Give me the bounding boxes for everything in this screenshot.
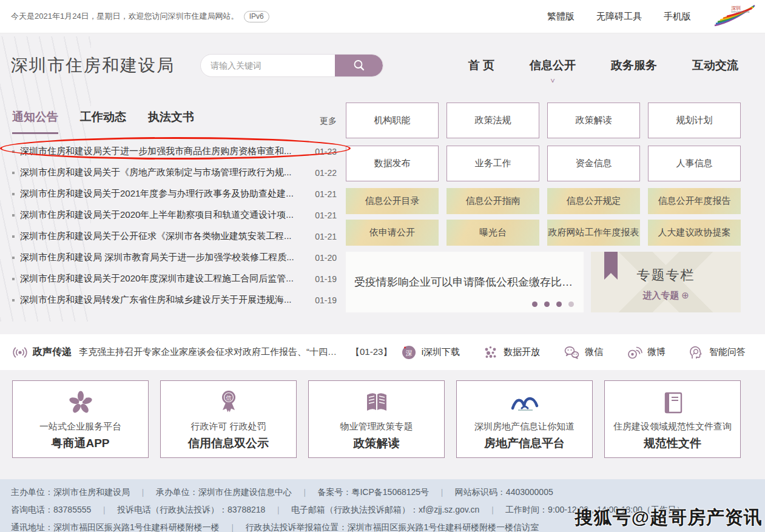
header: 深圳市住房和建设局 首 页 信息公开˅ 政务服务 互动交流 xyxy=(0,33,765,97)
info-link-cell[interactable]: 人大建议政协提案 xyxy=(648,220,741,246)
news-date: 01-21 xyxy=(315,210,337,220)
banner-headline[interactable]: 受疫情影响企业可以申请降低公积金缴存比例或缓缴 xyxy=(354,275,575,289)
quick-link-cell[interactable]: 人事信息 xyxy=(648,146,741,181)
card-title: 规范性文件 xyxy=(644,436,701,451)
news-title: 深圳市住房和建设局关于2021年度参与办理行政事务及协助查处建... xyxy=(20,188,315,200)
bullet-icon xyxy=(12,172,15,174)
carousel-dot[interactable] xyxy=(544,301,550,307)
tab-enforcement-documents[interactable]: 执法文书 xyxy=(148,109,194,134)
page-root: 今天是2021年1月24日，星期日，欢迎您访问深圳市住建局网站。 IPv6 繁體… xyxy=(0,0,765,532)
wechat-icon xyxy=(563,345,580,360)
news-item[interactable]: 深圳市住房和建设局转发广东省住房和城乡建设厅关于开展违规海... 01-19 xyxy=(12,289,337,311)
info-link-cell[interactable]: 依申请公开 xyxy=(346,220,439,246)
footer-segment: 网站标识码：4403000005 xyxy=(455,487,553,497)
card-subtitle: 住房建设领域规范性文件查询 xyxy=(613,421,732,433)
bullet-icon xyxy=(12,257,15,259)
search-button[interactable] xyxy=(335,55,383,76)
voice-bar: 政声传递 李克强主持召开专家企业家座谈会征求对政府工作报告、“十四五” ... … xyxy=(0,334,765,370)
tab-notices[interactable]: 通知公告 xyxy=(12,109,58,134)
tool-smart-qa[interactable]: 智能问答 xyxy=(689,345,746,360)
real-estate-logo-icon xyxy=(510,390,540,416)
news-date: 01-20 xyxy=(315,253,337,263)
news-item[interactable]: 深圳市住房和建设局关于2020年度深圳市建设工程施工合同后监管... 01-19 xyxy=(12,268,337,289)
carousel-dot[interactable] xyxy=(568,301,574,307)
tab-work-updates[interactable]: 工作动态 xyxy=(80,109,126,134)
nav-interaction[interactable]: 互动交流 xyxy=(692,58,738,73)
quick-link-cell[interactable]: 政策解读 xyxy=(547,103,640,138)
quick-links-grid: 机构职能 政策法规 政策解读 规划计划 数据发布 业务工作 资金信息 人事信息 xyxy=(346,103,741,181)
banner-row: 受疫情影响企业可以申请降低公积金缴存比例或缓缴 专题专栏 进入专题⊕ xyxy=(346,252,741,312)
bullet-icon xyxy=(12,299,15,301)
tool-open-data[interactable]: 数据开放 xyxy=(483,345,540,360)
chevron-down-icon: ˅ xyxy=(550,76,555,86)
search-input[interactable] xyxy=(201,55,335,76)
quick-link-cell[interactable]: 业务工作 xyxy=(447,146,539,181)
link-mobile-version[interactable]: 手机版 xyxy=(664,11,691,22)
voice-date: 【01-23】 xyxy=(351,346,392,358)
carousel-dot[interactable] xyxy=(532,301,538,307)
ipv6-badge[interactable]: IPv6 xyxy=(244,11,269,22)
special-topics-title: 专题专栏 xyxy=(591,266,741,285)
news-title: 深圳市住房和建设局关于公开征求《深圳市各类物业建筑安装工程... xyxy=(20,231,315,242)
tool-ishenzhen-download[interactable]: 深 i深圳下载 xyxy=(401,345,460,360)
news-title: 深圳市住房和建设局关于《房地产政策制定与市场管理行政行为规... xyxy=(20,167,315,178)
news-item[interactable]: 深圳市住房和建设局关于进一步加强我市商品住房购房资格审查和... 01-23 xyxy=(12,141,337,162)
news-date: 01-21 xyxy=(315,232,337,241)
carousel-dots xyxy=(532,301,574,307)
plus-circle-icon: ⊕ xyxy=(681,290,689,300)
quick-link-cell[interactable]: 资金信息 xyxy=(547,146,640,181)
quick-link-cell[interactable]: 数据发布 xyxy=(346,146,439,181)
news-item[interactable]: 深圳市住房和建设局关于公开征求《深圳市各类物业建筑安装工程... 01-21 xyxy=(12,226,337,247)
news-item[interactable]: 深圳市住房和建设局关于2020年上半年勘察项目和轨道交通设计项... 01-21 xyxy=(12,204,337,226)
more-link[interactable]: 更多 xyxy=(320,116,337,134)
quick-link-cell[interactable]: 规划计划 xyxy=(648,103,741,138)
footer-segment: 主办单位：深圳市住房和建设局 xyxy=(11,487,156,497)
footer-segment: 咨询电话：83785555 xyxy=(11,505,117,514)
shenzhen-city-logo: 深圳 SHENZHEN·CHINA xyxy=(713,4,757,29)
news-list: 深圳市住房和建设局关于进一步加强我市商品住房购房资格审查和... 01-23 深… xyxy=(12,141,337,311)
info-link-cell[interactable]: 政府网站工作年度报表 xyxy=(547,220,640,246)
tool-links: 深 i深圳下载 数据开放 xyxy=(401,345,753,360)
footer-segment: 承办单位：深圳市住房建设信息中心 xyxy=(156,487,318,497)
quick-link-cell[interactable]: 政策法规 xyxy=(447,103,539,138)
info-link-cell[interactable]: 信息公开规定 xyxy=(547,188,640,214)
footer-segment: 电子邮箱（行政执法投诉邮箱）：xf@zjj.sz.gov.cn xyxy=(291,505,505,514)
info-link-cell[interactable]: 信息公开年度报告 xyxy=(648,188,741,214)
link-accessibility-tools[interactable]: 无障碍工具 xyxy=(596,11,642,22)
card-real-estate-platform[interactable]: 深圳房地产信息让你知道 房地产信息平台 xyxy=(456,380,593,458)
info-link-cell[interactable]: 信息公开目录 xyxy=(346,188,439,214)
news-title: 深圳市住房和建设局关于2020年度深圳市建设工程施工合同后监管... xyxy=(20,273,315,285)
info-link-cell[interactable]: 曝光台 xyxy=(447,220,539,246)
enter-topics-link[interactable]: 进入专题⊕ xyxy=(591,290,741,301)
bullet-icon xyxy=(12,235,15,238)
right-panel: 机构职能 政策法规 政策解读 规划计划 数据发布 业务工作 资金信息 人事信息 … xyxy=(346,103,741,312)
info-link-cell[interactable]: 信息公开指南 xyxy=(447,188,539,214)
quick-link-cell[interactable]: 机构职能 xyxy=(346,103,439,138)
nav-government-services[interactable]: 政务服务 xyxy=(611,58,657,73)
carousel-dot[interactable] xyxy=(556,301,562,307)
news-item[interactable]: 深圳市住房和建设局关于2021年度参与办理行政事务及协助查处建... 01-21 xyxy=(12,183,337,204)
news-item[interactable]: 深圳市住房和建设局关于《房地产政策制定与市场管理行政行为规... 01-22 xyxy=(12,162,337,183)
news-item[interactable]: 深圳市住房和建设局 深圳市教育局关于进一步加强学校装修工程质... 01-20 xyxy=(12,247,337,268)
service-cards: 一站式企业服务平台 粤商通APP 信 行政许可 行政处罚 信用信息双公示 xyxy=(12,380,741,458)
svg-text:信: 信 xyxy=(225,395,231,401)
card-normative-documents[interactable]: 住房建设领域规范性文件查询 规范性文件 xyxy=(604,380,741,458)
nav-home[interactable]: 首 页 xyxy=(468,58,494,73)
card-policy-interpretation[interactable]: 物业管理政策专题 政策解读 xyxy=(308,380,445,458)
special-topics-panel[interactable]: 专题专栏 进入专题⊕ xyxy=(591,252,741,312)
card-credit-disclosure[interactable]: 信 行政许可 行政处罚 信用信息双公示 xyxy=(160,380,297,458)
tool-wechat[interactable]: 微信 xyxy=(563,345,603,360)
carousel-banner[interactable]: 受疫情影响企业可以申请降低公积金缴存比例或缓缴 xyxy=(346,252,584,312)
topbar: 今天是2021年1月24日，星期日，欢迎您访问深圳市住建局网站。 IPv6 繁體… xyxy=(0,0,765,33)
news-date: 01-21 xyxy=(315,189,337,199)
nav-info-disclosure[interactable]: 信息公开˅ xyxy=(530,58,576,73)
card-subtitle: 物业管理政策专题 xyxy=(340,421,413,433)
news-title: 深圳市住房和建设局转发广东省住房和城乡建设厅关于开展违规海... xyxy=(20,294,315,306)
news-date: 01-19 xyxy=(315,274,337,284)
tool-weibo[interactable]: 微博 xyxy=(626,345,666,360)
card-yueshangtong-app[interactable]: 一站式企业服务平台 粤商通APP xyxy=(12,380,149,458)
welcome-text: 今天是2021年1月24日，星期日，欢迎您访问深圳市住建局网站。 xyxy=(11,11,239,22)
voice-headline[interactable]: 李克强主持召开专家企业家座谈会征求对政府工作报告、“十四五” ... xyxy=(79,346,341,358)
bullet-icon xyxy=(12,193,15,195)
link-traditional-chinese[interactable]: 繁體版 xyxy=(547,11,575,22)
